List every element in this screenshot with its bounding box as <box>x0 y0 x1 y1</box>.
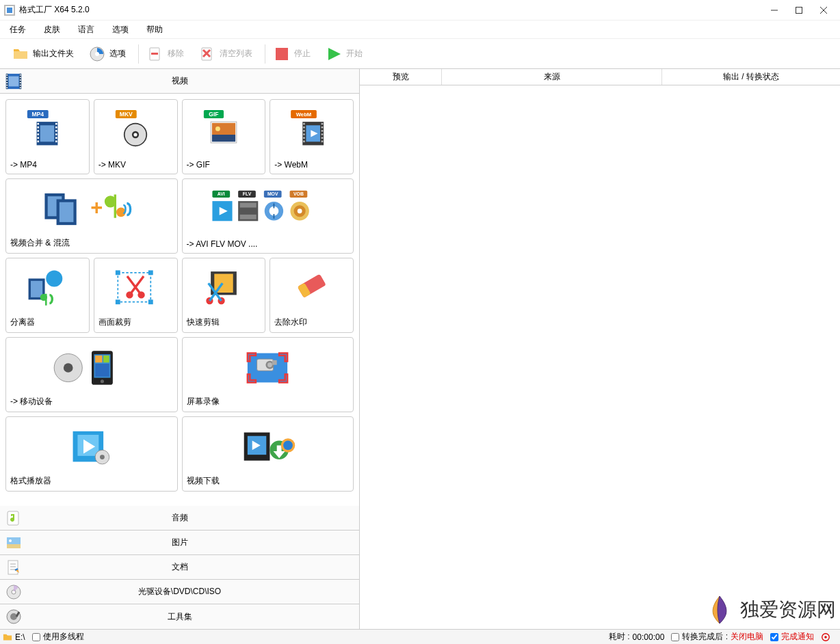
svg-text:MP4: MP4 <box>32 111 44 118</box>
svg-rect-40 <box>38 141 40 143</box>
menu-task[interactable]: 任务 <box>7 23 29 37</box>
tile-crop[interactable]: 画面裁剪 <box>94 258 178 333</box>
notify-checkbox[interactable] <box>770 633 778 641</box>
shutdown-label: 关闭电脑 <box>731 631 763 643</box>
window-title: 格式工厂 X64 5.2.0 <box>19 4 90 16</box>
svg-point-132 <box>100 455 105 459</box>
tile-merge-mux-label: 视频合并 & 混流 <box>10 234 173 249</box>
tile-mobile[interactable]: -> 移动设备 <box>5 337 178 412</box>
options-button[interactable]: 选项 <box>83 43 131 65</box>
multithread-checkbox[interactable] <box>32 633 40 641</box>
svg-rect-39 <box>38 137 40 139</box>
elapsed-value: 00:00:00 <box>633 632 665 642</box>
category-document-label: 文档 <box>0 561 359 573</box>
tile-mp4[interactable]: MP4 -> MP4 <box>5 99 90 174</box>
tile-splitter-label: 分离器 <box>10 314 85 328</box>
clear-list-button[interactable]: 清空列表 <box>194 43 258 65</box>
menu-options[interactable]: 选项 <box>109 23 131 37</box>
tile-remove-watermark[interactable]: 去除水印 <box>270 258 354 333</box>
remove-button[interactable]: 移除 <box>142 43 189 65</box>
svg-point-151 <box>824 636 827 639</box>
svg-text:MKV: MKV <box>120 111 133 118</box>
toolbar: 输出文件夹 选项 移除 清空列表 停止 开始 <box>0 38 840 68</box>
maximize-button[interactable] <box>787 2 811 18</box>
category-picture-header[interactable]: 图片 <box>0 531 359 555</box>
close-button[interactable] <box>811 2 836 18</box>
after-convert-checkbox[interactable] <box>671 633 679 641</box>
tile-gif[interactable]: GIF -> GIF <box>182 99 266 174</box>
more-formats-icon: AVI FLV MOV VOB <box>187 183 350 237</box>
svg-rect-69 <box>321 123 323 125</box>
left-panel: 视频 MP4 -> MP4 MKV <box>0 69 360 629</box>
menu-skin[interactable]: 皮肤 <box>41 23 63 37</box>
tile-remove-watermark-label: 去除水印 <box>274 314 349 328</box>
menu-language[interactable]: 语言 <box>75 23 97 37</box>
svg-rect-30 <box>20 87 21 88</box>
start-label: 开始 <box>346 48 363 59</box>
task-list-body[interactable] <box>360 85 840 629</box>
notify-label: 完成通知 <box>781 631 814 643</box>
elapsed-time: 耗时 : 00:00:00 <box>609 631 664 643</box>
minimize-button[interactable] <box>762 2 787 18</box>
tile-screen-record[interactable]: 屏幕录像 <box>182 337 354 412</box>
col-output-status[interactable]: 输出 / 转换状态 <box>662 69 840 85</box>
tile-merge-mux[interactable]: + 视频合并 & 混流 <box>5 178 178 254</box>
svg-rect-24 <box>6 87 8 88</box>
category-document-header[interactable]: 文档 <box>0 555 359 580</box>
task-list-header: 预览 来源 输出 / 转换状态 <box>360 69 840 85</box>
tile-mkv[interactable]: MKV -> MKV <box>94 99 178 174</box>
svg-text:AVI: AVI <box>218 191 225 196</box>
output-drive-button[interactable]: E:\ <box>3 632 25 642</box>
tile-more-formats-label: -> AVI FLV MOV .... <box>187 237 350 249</box>
remove-label: 移除 <box>168 48 184 59</box>
svg-text:FLV: FLV <box>243 191 252 196</box>
tile-webm[interactable]: WebM -> WebM <box>270 99 354 174</box>
menu-help[interactable]: 帮助 <box>144 23 166 37</box>
svg-rect-128 <box>272 360 277 364</box>
mkv-icon: MKV <box>99 104 173 157</box>
category-video-label: 视频 <box>0 75 359 87</box>
category-audio-header[interactable]: 音频 <box>0 506 359 531</box>
svg-point-102 <box>40 293 47 300</box>
tile-more-formats[interactable]: AVI FLV MOV VOB -> AVI FLV MOV .... <box>182 178 354 254</box>
svg-rect-105 <box>148 270 153 275</box>
output-drive-label: E:\ <box>15 632 25 642</box>
output-folder-label: 输出文件夹 <box>33 48 74 59</box>
svg-rect-45 <box>55 137 57 139</box>
notify-group: 完成通知 <box>770 631 814 643</box>
output-folder-button[interactable]: 输出文件夹 <box>7 43 79 65</box>
col-source[interactable]: 来源 <box>442 69 662 85</box>
category-video-header[interactable]: 视频 <box>0 69 359 94</box>
tile-mp4-label: -> MP4 <box>10 157 85 170</box>
tile-download[interactable]: 视频下载 <box>182 416 354 492</box>
stop-button[interactable]: 停止 <box>268 43 316 65</box>
statusbar: E:\ 使用多线程 耗时 : 00:00:00 转换完成后 : 关闭电脑 完成通… <box>0 629 840 644</box>
svg-rect-4 <box>796 7 802 13</box>
svg-text:+: + <box>90 195 103 219</box>
tile-player[interactable]: 格式播放器 <box>5 416 178 492</box>
category-disc-header[interactable]: 光驱设备\DVD\CD\ISO <box>0 580 359 604</box>
svg-point-52 <box>134 133 137 136</box>
statusbar-settings-button[interactable] <box>821 632 830 642</box>
svg-rect-37 <box>38 130 40 132</box>
svg-point-101 <box>47 270 63 286</box>
tile-crop-label: 画面裁剪 <box>99 314 173 328</box>
folder-icon <box>12 46 29 62</box>
svg-point-58 <box>215 126 220 131</box>
multithread-option[interactable]: 使用多线程 <box>32 631 84 643</box>
col-preview[interactable]: 预览 <box>360 69 442 85</box>
play-icon <box>326 46 342 62</box>
tile-splitter[interactable]: 分离器 <box>5 258 90 333</box>
options-label: 选项 <box>109 48 126 59</box>
titlebar: 格式工厂 X64 5.2.0 <box>0 0 840 21</box>
tile-mobile-label: -> 移动设备 <box>10 393 173 407</box>
webm-icon: WebM <box>274 104 349 157</box>
svg-rect-44 <box>55 133 57 135</box>
start-button[interactable]: 开始 <box>320 43 368 65</box>
tile-quick-trim[interactable]: 快速剪辑 <box>182 258 266 333</box>
svg-rect-64 <box>303 126 305 129</box>
svg-rect-107 <box>148 299 153 304</box>
category-tools-header[interactable]: 工具集 <box>0 604 359 629</box>
after-convert-group: 转换完成后 : 关闭电脑 <box>671 631 763 643</box>
stop-icon <box>274 46 290 62</box>
